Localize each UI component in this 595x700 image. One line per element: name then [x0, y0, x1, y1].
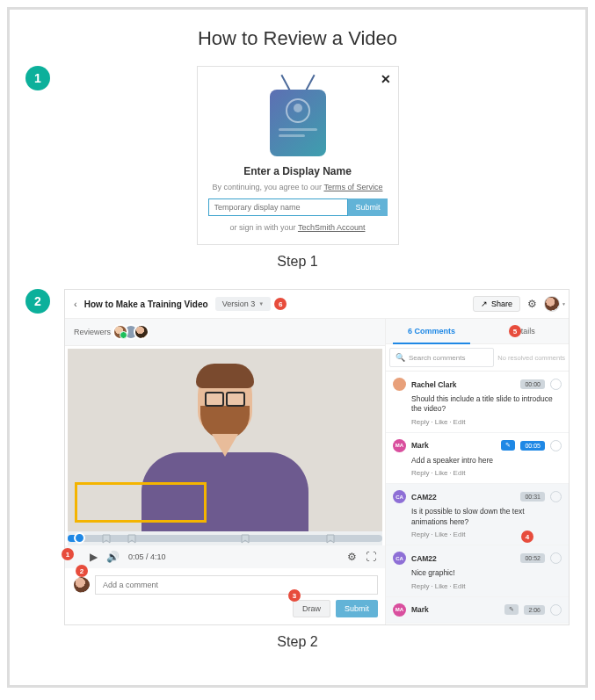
step1-badge: 1: [25, 66, 50, 90]
avatar[interactable]: [112, 324, 128, 340]
comment-actions: 3 Draw Submit: [65, 600, 385, 624]
add-comment-input[interactable]: [95, 575, 378, 595]
resolve-toggle[interactable]: [550, 604, 562, 616]
page-title: How to Review a Video: [25, 27, 570, 50]
volume-icon[interactable]: 🔊: [106, 551, 120, 563]
version-dropdown[interactable]: Version 3: [215, 297, 271, 311]
close-icon[interactable]: ✕: [381, 72, 391, 86]
step2-badge: 2: [25, 289, 50, 314]
avatar: MA: [393, 439, 406, 452]
draw-indicator-pill: ✎: [501, 440, 515, 451]
commenter-name: CAM22: [411, 493, 515, 502]
right-pane: 6 Comments 5 Details 🔍 Search comments N…: [386, 319, 569, 624]
draw-button[interactable]: Draw: [293, 600, 330, 617]
gear-icon[interactable]: ⚙: [527, 298, 537, 310]
comment-item[interactable]: CACAM2200:52 Nice graphic!Reply·Like·Edi…: [386, 545, 569, 596]
reviewers-bar: Reviewers: [65, 319, 385, 346]
like-link[interactable]: Like: [435, 530, 448, 538]
reply-link[interactable]: Reply: [411, 582, 429, 590]
resolve-toggle[interactable]: [550, 379, 562, 390]
comments-list: Rachel Clark00:00 Should this include a …: [386, 372, 569, 624]
settings-icon[interactable]: ⚙: [347, 551, 357, 563]
like-link[interactable]: Like: [435, 582, 448, 590]
time-display: 0:05 / 4:10: [128, 552, 166, 561]
like-link[interactable]: Like: [435, 418, 448, 426]
tab-details[interactable]: Details: [477, 319, 569, 343]
comment-item[interactable]: MAMark✎ 2:06: [386, 597, 569, 624]
tab-comments[interactable]: 6 Comments: [386, 319, 477, 343]
modal-agree-text: By continuing, you agree to our Terms of…: [208, 183, 388, 191]
callout-4: 4: [521, 530, 533, 543]
timestamp-pill[interactable]: 2:06: [524, 605, 545, 615]
display-name-input[interactable]: [208, 198, 349, 216]
submit-button[interactable]: Submit: [348, 198, 387, 216]
avatar: [393, 378, 406, 391]
submit-comment-button[interactable]: Submit: [336, 600, 378, 617]
back-icon[interactable]: ‹: [74, 299, 77, 309]
search-comments-input[interactable]: 🔍 Search comments: [389, 348, 494, 367]
marker-icon[interactable]: [241, 534, 250, 543]
playhead[interactable]: [74, 532, 85, 544]
no-resolved-text: No resolved comments: [497, 354, 569, 362]
reviewer-avatars[interactable]: [118, 324, 149, 340]
video-controls: 1 ▶ 🔊 0:05 / 4:10 ⚙ ⛶: [65, 545, 385, 568]
resolve-toggle[interactable]: [550, 440, 562, 451]
like-link[interactable]: Like: [435, 469, 448, 477]
comment-item[interactable]: MAMark✎ 00:05 Add a speaker intro hereRe…: [386, 433, 569, 484]
current-user-avatar: [74, 577, 90, 593]
comment-actions: Reply·Like·Edit: [411, 418, 562, 426]
reply-link[interactable]: Reply: [411, 418, 429, 426]
marker-icon[interactable]: [326, 534, 335, 543]
timestamp-pill[interactable]: 00:31: [520, 492, 545, 502]
account-link[interactable]: TechSmith Account: [298, 223, 366, 232]
callout-1: 1: [62, 548, 74, 560]
comment-body: Nice graphic!: [411, 568, 562, 578]
commenter-name: Rachel Clark: [411, 380, 515, 389]
resolve-toggle[interactable]: [550, 491, 562, 502]
review-app: ‹ How to Make a Training Video Version 3…: [64, 289, 570, 625]
share-button[interactable]: ↗ Share: [473, 296, 520, 312]
comment-actions: Reply·Like·Edit: [411, 582, 562, 590]
avatar[interactable]: [134, 324, 149, 340]
fullscreen-icon[interactable]: ⛶: [366, 551, 376, 563]
timestamp-pill[interactable]: 00:00: [520, 379, 545, 389]
reply-link[interactable]: Reply: [411, 530, 429, 538]
callout-2: 2: [76, 565, 88, 577]
edit-link[interactable]: Edit: [454, 530, 466, 538]
comment-body: Should this include a title slide to int…: [411, 394, 562, 415]
step2-row: 2 ‹ How to Make a Training Video Version…: [25, 289, 570, 625]
avatar: CA: [393, 490, 406, 503]
annotation-rectangle[interactable]: [75, 482, 207, 523]
edit-link[interactable]: Edit: [454, 418, 466, 426]
comment-entry: 2: [65, 568, 385, 600]
user-avatar-menu[interactable]: [544, 296, 560, 312]
edit-link[interactable]: Edit: [454, 469, 466, 477]
video-title: How to Make a Training Video: [84, 299, 208, 309]
play-icon[interactable]: ▶: [90, 551, 98, 563]
video-preview[interactable]: [68, 349, 382, 531]
terms-link[interactable]: Terms of Service: [323, 183, 382, 191]
step1-row: 1 ✕ Enter a Display Name By continuing, …: [25, 66, 570, 245]
timestamp-pill[interactable]: 00:52: [520, 553, 545, 563]
comment-actions: Reply·Like·Edit: [411, 530, 562, 538]
avatar: MA: [393, 603, 406, 617]
reply-link[interactable]: Reply: [411, 469, 429, 477]
reviewers-label: Reviewers: [74, 328, 111, 336]
resolve-toggle[interactable]: [550, 552, 562, 564]
scrub-bar[interactable]: [68, 531, 382, 545]
marker-icon[interactable]: [102, 534, 111, 543]
comment-item[interactable]: CACAM2200:31 Is it possible to slow down…: [386, 484, 569, 545]
comment-item[interactable]: Rachel Clark00:00 Should this include a …: [386, 372, 569, 433]
edit-link[interactable]: Edit: [454, 582, 466, 590]
marker-icon[interactable]: [127, 534, 136, 543]
commenter-name: Mark: [411, 441, 496, 450]
callout-5: 5: [509, 325, 521, 337]
comment-actions: Reply·Like·Edit: [411, 469, 562, 477]
topbar: ‹ How to Make a Training Video Version 3…: [65, 290, 569, 319]
step1-label: Step 1: [25, 254, 570, 270]
modal-title: Enter a Display Name: [208, 165, 388, 177]
search-icon: 🔍: [395, 353, 405, 362]
callout-6: 6: [274, 298, 287, 310]
badge-illustration: [265, 77, 331, 156]
timestamp-pill[interactable]: 00:05: [520, 441, 545, 451]
